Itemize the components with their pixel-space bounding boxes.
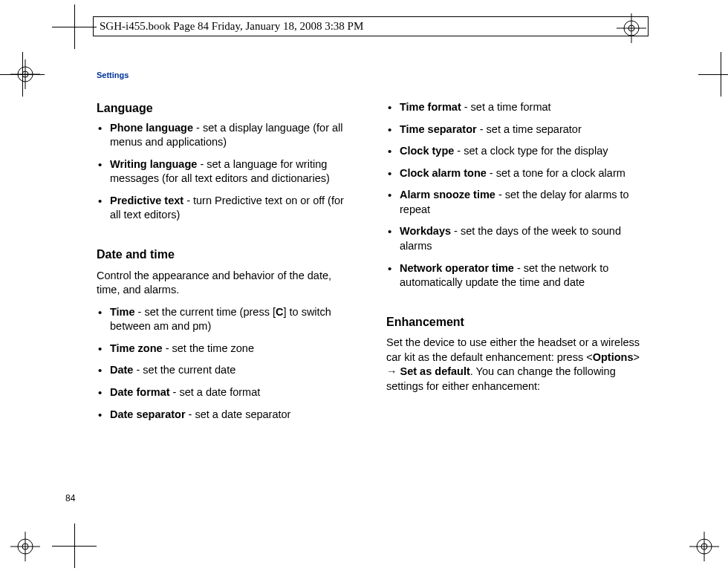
- heading-date-time: Date and time: [97, 247, 357, 263]
- desc: - set the current time (press [: [135, 306, 276, 318]
- list-item: Workdays - set the days of the week to s…: [386, 224, 646, 253]
- term: Time zone: [110, 342, 163, 354]
- list-item: Time - set the current time (press [C] t…: [97, 305, 357, 334]
- term: Date: [110, 364, 133, 376]
- desc: - set the time zone: [163, 342, 254, 354]
- list-item: Date - set the current date: [97, 363, 357, 378]
- heading-enhancement: Enhancement: [386, 314, 646, 330]
- right-column: Time format - set a time format Time sep…: [386, 100, 646, 429]
- enhancement-text: Set the device to use either the headset…: [386, 336, 646, 394]
- registration-mark-icon: [689, 532, 719, 561]
- page-content: Settings Language Phone language - set a…: [97, 71, 646, 429]
- key: C: [276, 306, 283, 318]
- list-item: Date separator - set a date separator: [97, 408, 357, 423]
- crop-mark-icon: [698, 52, 728, 97]
- date-time-list: Time - set the current time (press [C] t…: [97, 305, 357, 422]
- list-item: Time zone - set the time zone: [97, 342, 357, 356]
- list-item: Network operator time - set the network …: [386, 261, 646, 290]
- list-item: Date format - set a date format: [97, 385, 357, 400]
- term: Workdays: [400, 225, 451, 237]
- list-item: Predictive text - turn Predictive text o…: [97, 194, 357, 223]
- term: Time separator: [400, 123, 477, 135]
- desc: - set a time format: [461, 101, 551, 113]
- term: Alarm snooze time: [400, 189, 495, 200]
- page-header-meta: SGH-i455.book Page 84 Friday, January 18…: [93, 16, 649, 36]
- desc: - set a date separator: [186, 408, 291, 420]
- term: Predictive text: [110, 195, 183, 206]
- section-label: Settings: [97, 71, 646, 79]
- list-item: Phone language - set a display language …: [97, 121, 357, 150]
- registration-mark-icon: [10, 59, 40, 89]
- heading-language: Language: [97, 100, 357, 117]
- page-number: 84: [65, 493, 75, 503]
- language-list: Phone language - set a display language …: [97, 121, 357, 223]
- crop-mark-icon: [52, 4, 97, 49]
- term: Phone language: [110, 122, 193, 134]
- list-item: Clock type - set a clock type for the di…: [386, 144, 646, 159]
- desc: - set a tone for a clock alarm: [487, 167, 625, 179]
- desc: - set a date format: [170, 386, 261, 398]
- list-item: Clock alarm tone - set a tone for a cloc…: [386, 166, 646, 181]
- desc: - set the current date: [133, 364, 235, 376]
- term: Time format: [400, 101, 461, 113]
- list-item: Writing language - set a language for wr…: [97, 157, 357, 186]
- crop-mark-icon: [52, 524, 97, 568]
- term: Time: [110, 306, 135, 318]
- date-time-intro: Control the appearance and behavior of t…: [97, 269, 357, 298]
- term: Writing language: [110, 158, 197, 170]
- list-item: Alarm snooze time - set the delay for al…: [386, 188, 646, 217]
- desc: - set a clock type for the display: [454, 145, 608, 157]
- options-label: Options: [593, 351, 634, 363]
- desc: - set a time separator: [477, 123, 582, 135]
- date-time-list-cont: Time format - set a time format Time sep…: [386, 100, 646, 290]
- registration-mark-icon: [10, 532, 40, 561]
- list-item: Time format - set a time format: [386, 100, 646, 115]
- term: Clock type: [400, 145, 454, 157]
- term: Clock alarm tone: [400, 167, 487, 179]
- set-default-label: Set as default: [400, 365, 470, 377]
- term: Date format: [110, 386, 170, 398]
- term: Network operator time: [400, 262, 514, 274]
- term: Date separator: [110, 408, 186, 420]
- list-item: Time separator - set a time separator: [386, 123, 646, 137]
- left-column: Language Phone language - set a display …: [97, 100, 357, 429]
